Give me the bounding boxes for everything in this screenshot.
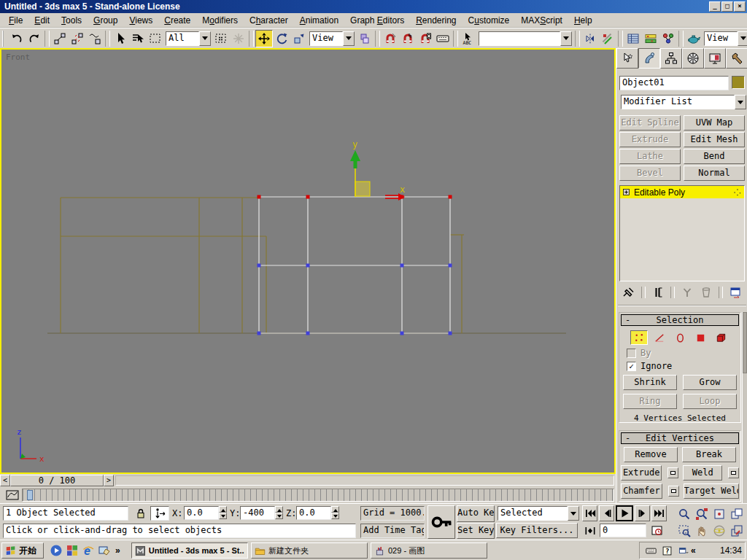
menu-views[interactable]: Views: [123, 14, 158, 27]
time-slider-track[interactable]: [115, 475, 614, 486]
modifier-list-dropdown[interactable]: Modifier List: [621, 95, 746, 109]
configure-modifier-sets-button[interactable]: [726, 285, 745, 300]
curve-editor-button[interactable]: [642, 30, 659, 47]
zoom-button[interactable]: [676, 505, 693, 522]
keyboard-layout-icon[interactable]: [643, 544, 659, 557]
set-keys-button[interactable]: [427, 505, 455, 539]
start-button[interactable]: 开始: [1, 542, 44, 559]
y-spinner[interactable]: [275, 506, 283, 519]
hierarchy-tab[interactable]: [660, 48, 682, 69]
spinner-snap-toggle-button[interactable]: [417, 30, 434, 47]
remove-modifier-button[interactable]: [697, 285, 716, 300]
menu-group[interactable]: Group: [88, 14, 123, 27]
selection-filter-dropdown[interactable]: All: [166, 31, 211, 46]
time-slider-prev-button[interactable]: <: [0, 475, 10, 486]
object-name-field[interactable]: Object01: [619, 76, 729, 90]
undo-button[interactable]: [8, 30, 26, 47]
min-max-toggle-button[interactable]: [728, 522, 746, 539]
key-step-toggle[interactable]: [582, 523, 598, 538]
go-to-end-button[interactable]: [651, 505, 667, 521]
selection-filter-dropdown-arrow[interactable]: [199, 31, 211, 46]
edit-mesh-modifier-button[interactable]: Edit Mesh: [684, 132, 745, 147]
render-type-dropdown-arrow[interactable]: [738, 31, 747, 46]
key-mode-arrow[interactable]: [568, 506, 579, 521]
menu-file[interactable]: File: [3, 14, 28, 27]
previous-frame-button[interactable]: [599, 505, 614, 521]
panel-scrollbar-thumb[interactable]: [743, 312, 747, 373]
launch-grid-quick-launch[interactable]: [64, 544, 80, 557]
utilities-tab[interactable]: [726, 48, 747, 69]
mirror-button[interactable]: [581, 30, 599, 47]
zoom-extents-all-button[interactable]: [728, 505, 746, 522]
extrude-settings-button[interactable]: [667, 467, 678, 478]
align-button[interactable]: [599, 30, 616, 47]
weld-settings-button[interactable]: [728, 467, 739, 478]
maximize-button[interactable]: □: [721, 1, 733, 12]
zoom-extents-button[interactable]: [711, 505, 728, 522]
chamfer-settings-button[interactable]: [668, 486, 679, 497]
element-mode-button[interactable]: [712, 330, 729, 345]
quick-launch-chevron[interactable]: »: [115, 545, 120, 556]
z-spinner[interactable]: [331, 506, 339, 519]
unlink-selection-button[interactable]: [69, 30, 86, 47]
taskbar-task-2[interactable]: 新建文件夹: [251, 542, 368, 559]
tray-collapse-chevron[interactable]: «: [691, 545, 696, 556]
select-and-rotate-button[interactable]: [273, 30, 290, 47]
help-tray-icon[interactable]: ?: [659, 544, 675, 557]
menu-rendering[interactable]: Rendering: [410, 14, 462, 27]
polygon-mode-button[interactable]: [692, 330, 709, 345]
keyboard-shortcut-override-button[interactable]: [434, 30, 452, 47]
arc-rotate-button[interactable]: [711, 522, 728, 539]
x-spinner[interactable]: [219, 506, 227, 519]
track-bar-ruler[interactable]: [22, 489, 614, 502]
menu-graph-editors[interactable]: Graph Editors: [344, 14, 410, 27]
z-value-field[interactable]: 0.0: [296, 506, 331, 520]
rectangular-selection-region-button[interactable]: [147, 30, 164, 47]
menu-customize[interactable]: Customize: [462, 14, 516, 27]
schematic-view-button[interactable]: [659, 30, 677, 47]
set-key-button[interactable]: Set Key: [457, 523, 495, 539]
menu-maxscript[interactable]: MAXScript: [515, 14, 568, 27]
reference-coordinate-dropdown[interactable]: View: [309, 31, 355, 46]
region-zoom-button[interactable]: [676, 522, 693, 539]
track-view-button[interactable]: [624, 30, 642, 47]
motion-tab[interactable]: [682, 48, 704, 69]
menu-tools[interactable]: Tools: [55, 14, 88, 27]
x-value-field[interactable]: 0.0: [184, 506, 219, 520]
stack-entry[interactable]: Editable Poly: [620, 186, 744, 198]
transform-type-in-toggle[interactable]: [150, 506, 169, 521]
select-and-scale-button[interactable]: [290, 30, 308, 47]
make-unique-button[interactable]: [678, 285, 697, 300]
modify-tab[interactable]: [638, 48, 660, 69]
percent-snap-toggle-button[interactable]: %: [399, 30, 417, 47]
menu-animation[interactable]: Animation: [294, 14, 344, 27]
menu-create[interactable]: Create: [158, 14, 196, 27]
modifier-list-arrow[interactable]: [735, 95, 746, 109]
menu-help[interactable]: Help: [568, 14, 598, 27]
target-weld-button[interactable]: Target Weld: [684, 483, 739, 499]
close-button[interactable]: ×: [734, 1, 746, 12]
go-to-start-button[interactable]: [582, 505, 597, 521]
window-tray-icon[interactable]: [675, 544, 691, 557]
menu-modifiers[interactable]: Modifiers: [196, 14, 244, 27]
shrink-button[interactable]: Shrink: [623, 375, 677, 390]
key-mode-dropdown[interactable]: Selected: [498, 506, 579, 521]
use-pivot-center-button[interactable]: [356, 30, 374, 47]
zoom-all-button[interactable]: [693, 505, 711, 522]
vertex-mode-button[interactable]: [630, 330, 648, 345]
snap-toggle-button[interactable]: [230, 30, 247, 47]
pin-stack-button[interactable]: [619, 285, 638, 300]
reference-coordinate-dropdown-arrow[interactable]: [343, 31, 355, 46]
time-slider-next-button[interactable]: >: [104, 475, 114, 486]
border-mode-button[interactable]: [671, 330, 689, 345]
display-tab[interactable]: [704, 48, 726, 69]
add-time-tag[interactable]: Add Time Tag: [360, 524, 425, 538]
time-configuration-button[interactable]: [649, 523, 665, 538]
toolbar-grip[interactable]: [2, 31, 6, 47]
modifier-stack[interactable]: Editable Poly: [619, 185, 745, 281]
edit-vertices-rollout-header[interactable]: - Edit Vertices: [621, 432, 739, 444]
show-desktop-quick-launch[interactable]: [96, 544, 112, 557]
taskbar-task-1[interactable]: Untitled - 3ds max 5 - St...: [131, 542, 248, 559]
front-viewport[interactable]: Front yxzx: [0, 48, 616, 474]
create-tab[interactable]: [616, 48, 638, 69]
